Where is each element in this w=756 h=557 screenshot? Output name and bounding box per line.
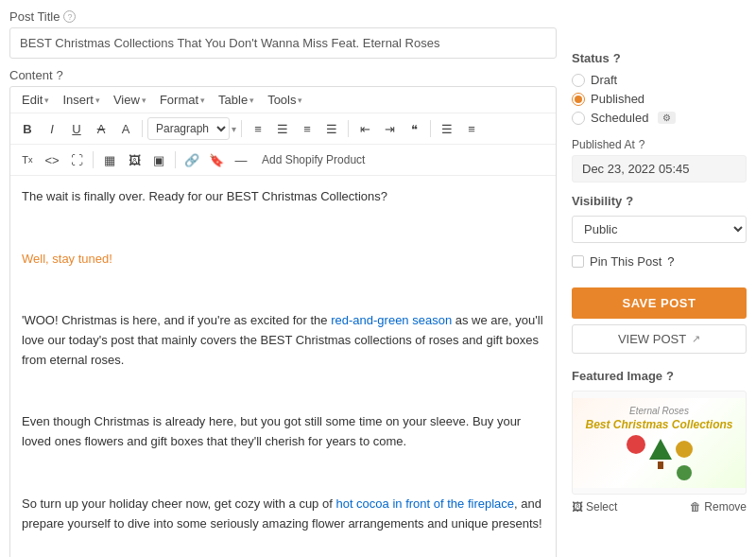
decorative-gold-circle	[676, 441, 693, 458]
unordered-list-button[interactable]: ☰	[436, 117, 458, 140]
table-button[interactable]: ▦	[98, 148, 121, 171]
menu-tools-arrow: ▾	[298, 96, 302, 105]
featured-image-overlay-title: Best Christmas Collections	[580, 418, 738, 431]
status-radio-group: Draft Published Scheduled ⚙	[572, 73, 747, 125]
featured-image-section: Featured Image ? Eternal Roses Best Chri…	[572, 369, 747, 513]
featured-image-placeholder: Eternal Roses Best Christmas Collections	[573, 398, 746, 488]
menu-edit-arrow: ▾	[44, 96, 49, 105]
published-at-label: Published At ?	[572, 138, 747, 151]
draft-label: Draft	[591, 73, 617, 87]
ordered-list-button[interactable]: ≡	[460, 117, 483, 140]
paragraph-select-arrow: ▾	[232, 124, 236, 134]
menu-tools[interactable]: Tools ▾	[262, 91, 308, 109]
status-scheduled-option[interactable]: Scheduled ⚙	[572, 111, 747, 125]
menu-view-arrow: ▾	[142, 96, 146, 105]
pin-post-checkbox[interactable]	[572, 255, 584, 268]
content-label: Content ?	[9, 68, 557, 82]
post-title-help-icon: ?	[63, 10, 76, 23]
published-at-section: Published At ? Dec 23, 2022 05:45	[572, 138, 747, 183]
select-image-button[interactable]: 🖼 Select	[572, 500, 617, 513]
add-shopify-product-button[interactable]: Add Shopify Product	[262, 153, 365, 166]
visibility-section: Visibility ? Public Hidden	[572, 194, 747, 243]
blockquote-button[interactable]: ❝	[403, 117, 425, 140]
image-button[interactable]: 🖼	[123, 148, 146, 171]
pin-post-help-icon: ?	[667, 254, 674, 269]
draft-radio[interactable]	[572, 74, 585, 87]
status-published-option[interactable]: Published	[572, 92, 747, 106]
paragraph-1: The wait is finally over. Ready for our …	[22, 187, 544, 207]
scheduled-label: Scheduled	[591, 111, 648, 125]
paragraph-3: Well, stay tuned!	[22, 250, 544, 270]
post-title-input[interactable]	[9, 27, 557, 59]
status-help-icon: ?	[613, 51, 621, 65]
text-color-button[interactable]: A	[114, 117, 137, 140]
paragraph-10	[22, 545, 544, 557]
featured-image-title: Featured Image ?	[572, 369, 747, 383]
content-help-icon: ?	[57, 68, 63, 82]
remove-label: Remove	[704, 500, 747, 513]
scheduled-badge: ⚙	[658, 112, 676, 124]
decorative-red-circle	[627, 435, 645, 454]
fullscreen-button[interactable]: ⛶	[65, 148, 88, 171]
decorative-tree	[649, 439, 672, 460]
save-post-button[interactable]: SAVE POST	[572, 287, 747, 319]
toolbar-divider-2	[241, 120, 242, 137]
published-at-help-icon: ?	[639, 138, 645, 151]
featured-image-box: Eternal Roses Best Christmas Collections	[572, 391, 747, 495]
bookmark-button[interactable]: 🔖	[205, 148, 228, 171]
formatting-toolbar-row1: B I U A A Paragraph Heading 1 Heading 2 …	[10, 113, 556, 145]
strikethrough-button[interactable]: A	[90, 117, 112, 140]
remove-image-button[interactable]: 🗑 Remove	[690, 500, 747, 513]
paragraph-2	[22, 218, 544, 238]
paragraph-9: So turn up your holiday cheer now, get c…	[22, 495, 544, 534]
paragraph-6	[22, 382, 544, 402]
editor-content[interactable]: The wait is finally over. Ready for our …	[10, 176, 556, 557]
code-button[interactable]: <>	[41, 148, 63, 171]
media-button[interactable]: ▣	[147, 148, 170, 171]
paragraph-select[interactable]: Paragraph Heading 1 Heading 2	[147, 117, 230, 140]
italic-button[interactable]: I	[41, 117, 63, 140]
align-center-button[interactable]: ☰	[271, 117, 294, 140]
status-draft-option[interactable]: Draft	[572, 73, 747, 87]
link-button[interactable]: 🔗	[180, 148, 203, 171]
paragraph-5: 'WOO! Christmas is here, and if you're a…	[22, 311, 544, 370]
toolbar-divider-3	[348, 120, 349, 137]
subscript-button[interactable]: Tx	[16, 148, 39, 171]
status-title: Status ?	[572, 51, 747, 65]
indent-button[interactable]: ⇥	[378, 117, 401, 140]
paragraph-8	[22, 463, 544, 483]
bold-button[interactable]: B	[16, 117, 39, 140]
scheduled-radio[interactable]	[572, 112, 585, 125]
menu-view[interactable]: View ▾	[108, 91, 152, 109]
menu-table[interactable]: Table ▾	[213, 91, 260, 109]
outdent-button[interactable]: ⇤	[353, 117, 376, 140]
select-icon: 🖼	[572, 500, 583, 513]
pin-post-label: Pin This Post	[590, 254, 662, 269]
editor-menubar: Edit ▾ Insert ▾ View ▾ Format ▾ Table	[10, 87, 556, 113]
view-post-button[interactable]: VIEW POST ↗	[572, 324, 747, 354]
paragraph-7: Even though Christmas is already here, b…	[22, 412, 544, 452]
underline-button[interactable]: U	[65, 117, 88, 140]
menu-edit[interactable]: Edit ▾	[16, 91, 55, 109]
decorative-green-circle	[677, 465, 692, 480]
visibility-select[interactable]: Public Hidden	[572, 216, 747, 243]
menu-insert[interactable]: Insert ▾	[57, 91, 106, 109]
toolbar-divider-4	[430, 120, 431, 137]
featured-image-subtitle: Eternal Roses	[580, 406, 738, 416]
menu-table-arrow: ▾	[249, 96, 254, 105]
published-radio[interactable]	[572, 93, 585, 106]
image-actions: 🖼 Select 🗑 Remove	[572, 500, 747, 513]
paragraph-4	[22, 280, 544, 300]
featured-image-graphic	[580, 435, 738, 480]
menu-insert-arrow: ▾	[95, 96, 100, 105]
published-at-value[interactable]: Dec 23, 2022 05:45	[572, 155, 747, 183]
visibility-help-icon: ?	[626, 194, 633, 208]
status-section: Status ? Draft Published Scheduled ⚙	[572, 51, 747, 125]
align-justify-button[interactable]: ☰	[320, 117, 343, 140]
align-right-button[interactable]: ≡	[296, 117, 318, 140]
menu-format[interactable]: Format ▾	[154, 91, 211, 109]
align-left-button[interactable]: ≡	[247, 117, 269, 140]
remove-icon: 🗑	[690, 500, 701, 513]
hr-button[interactable]: —	[230, 148, 252, 171]
toolbar-divider-5	[93, 151, 94, 168]
